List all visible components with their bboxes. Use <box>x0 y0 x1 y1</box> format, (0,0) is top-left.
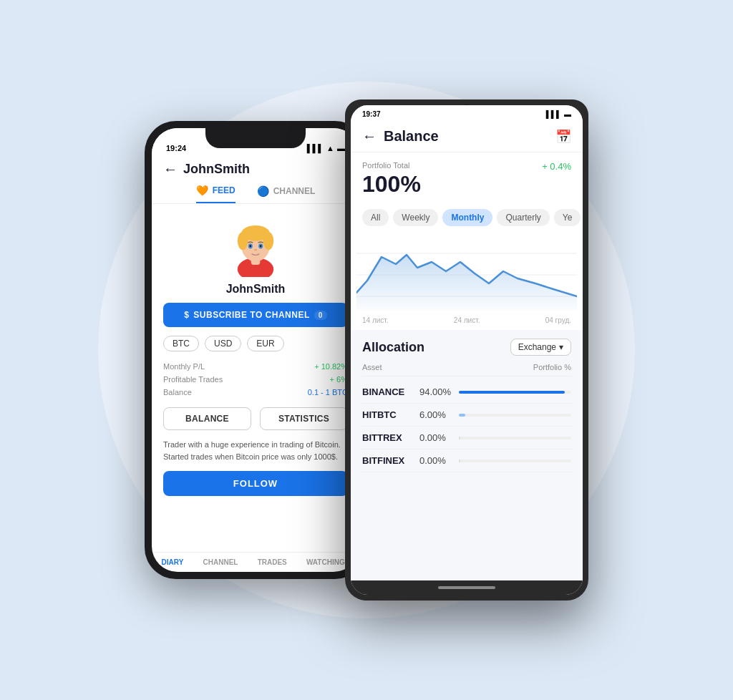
alloc-bar-hitbtc <box>459 414 465 417</box>
alloc-asset-bitfinex: BITFINEX <box>362 455 419 466</box>
tab-channel[interactable]: 🔵 CHANNEL <box>257 185 316 203</box>
alloc-pct-hitbtc: 6.00% <box>419 409 459 420</box>
filter-quarterly[interactable]: Quarterly <box>497 209 549 226</box>
alloc-bar-binance <box>459 391 565 394</box>
svg-point-8 <box>249 245 251 248</box>
allocation-header: Allocation Exchange ▾ <box>362 339 571 356</box>
phone2-status-icons: ▌▌▌ ▬ <box>546 110 571 118</box>
filter-weekly[interactable]: Weekly <box>393 209 438 226</box>
alloc-asset-bittrex: BITTREX <box>362 432 419 443</box>
trader-name: JohnSmith <box>226 283 286 296</box>
alloc-bar-container-bittrex <box>459 437 571 439</box>
tab-feed-label: FEED <box>213 185 236 195</box>
phones-container: 19:24 ▌▌▌ ▲ ▬ ← JohnSmith 🧡 FEED � <box>145 99 588 601</box>
phone2-home-indicator <box>351 580 583 595</box>
alloc-row-bittrex: BITTREX 0.00% <box>362 427 571 449</box>
phone2-status-bar: 19:37 ▌▌▌ ▬ <box>351 105 583 122</box>
signal-icon: ▌▌▌ <box>307 144 324 152</box>
nav-trades[interactable]: TRADES <box>258 558 287 566</box>
alloc-pct-bittrex: 0.00% <box>419 432 459 443</box>
tab-feed[interactable]: 🧡 FEED <box>196 185 236 203</box>
svg-point-10 <box>254 249 257 251</box>
col-asset: Asset <box>362 363 382 371</box>
back-button[interactable]: ← <box>163 161 178 178</box>
currency-eur[interactable]: EUR <box>247 336 283 351</box>
phone2-title: Balance <box>384 128 439 145</box>
currency-usd[interactable]: USD <box>205 336 241 351</box>
phone2-device: 19:37 ▌▌▌ ▬ ← Balance 📅 Portfolio T <box>345 99 588 601</box>
portfolio-change: + 0.4% <box>542 161 571 172</box>
phone2-screen: 19:37 ▌▌▌ ▬ ← Balance 📅 Portfolio T <box>351 105 583 595</box>
home-bar <box>438 586 495 589</box>
line-chart <box>356 232 577 311</box>
allocation-title: Allocation <box>362 340 424 355</box>
exchange-dropdown[interactable]: Exchange ▾ <box>510 339 571 356</box>
subscribe-button[interactable]: $ SUBSCRIBE TO CHANNEL 0 <box>163 303 348 327</box>
action-buttons: BALANCE STATISTICS <box>163 407 348 430</box>
nav-watchings[interactable]: WATCHINGS <box>306 558 349 566</box>
wifi-icon: ▲ <box>326 144 334 152</box>
portfolio-value: 100% <box>362 171 421 198</box>
stat-profitable-label: Profitable Trades <box>163 375 223 384</box>
channel-icon: 🔵 <box>257 185 269 197</box>
chart-label-3: 04 груд. <box>545 316 571 324</box>
stat-monthly-pl-value: + 10.82% <box>314 362 348 371</box>
phone1-bottom-nav: DIARY CHANNEL TRADES WATCHINGS <box>152 552 359 572</box>
portfolio-label: Portfolio Total <box>362 161 421 170</box>
alloc-bar-container-bitfinex <box>459 460 571 462</box>
stat-monthly-pl: Monthly P/L + 10.82% <box>163 360 348 373</box>
phone2-back-button[interactable]: ← <box>362 128 377 145</box>
portfolio-section: Portfolio Total 100% + 0.4% <box>351 152 583 203</box>
phone1-status-icons: ▌▌▌ ▲ ▬ <box>307 144 345 152</box>
phone1-device: 19:24 ▌▌▌ ▲ ▬ ← JohnSmith 🧡 FEED � <box>145 121 366 579</box>
calendar-icon[interactable]: 📅 <box>555 129 571 145</box>
alloc-asset-binance: BINANCE <box>362 387 419 397</box>
chevron-down-icon: ▾ <box>559 342 563 352</box>
alloc-bar-container-hitbtc <box>459 414 571 417</box>
exchange-label: Exchange <box>518 342 556 352</box>
phone1-time: 19:24 <box>166 144 186 152</box>
statistics-button[interactable]: STATISTICS <box>260 407 348 430</box>
stat-profitable-trades: Profitable Trades + 6% <box>163 373 348 386</box>
col-portfolio: Portfolio % <box>533 363 571 371</box>
stat-balance: Balance 0.1 - 1 BTC <box>163 386 348 399</box>
bio-text: Trader with a huge experience in trading… <box>163 439 348 462</box>
phone1-username: JohnSmith <box>183 162 250 177</box>
alloc-bar-bitfinex <box>459 460 460 462</box>
follow-button[interactable]: FOLLOW <box>163 471 348 496</box>
phone2-time: 19:37 <box>362 110 381 118</box>
nav-channel[interactable]: CHANNEL <box>203 558 238 566</box>
balance-button[interactable]: BALANCE <box>163 407 251 430</box>
alloc-row-hitbtc: HITBTC 6.00% <box>362 404 571 427</box>
subscribe-icon: $ <box>184 310 189 320</box>
nav-diary[interactable]: DIARY <box>162 558 184 566</box>
phone2-header: ← Balance 📅 <box>351 122 583 152</box>
alloc-pct-binance: 94.00% <box>419 387 459 397</box>
chart-labels: 14 лист. 24 лист. 04 груд. <box>351 313 583 330</box>
phone2-content: Portfolio Total 100% + 0.4% All Weekly M… <box>351 152 583 580</box>
stat-balance-label: Balance <box>163 388 192 397</box>
chart-area <box>351 232 583 313</box>
filter-all[interactable]: All <box>362 209 389 226</box>
phone2-signal-icon: ▌▌▌ <box>546 110 561 118</box>
alloc-bar-bittrex <box>459 437 460 439</box>
filter-yearly[interactable]: Ye <box>554 209 581 226</box>
time-filters: All Weekly Monthly Quarterly Ye <box>351 203 583 232</box>
currency-pills: BTC USD EUR <box>163 336 284 351</box>
currency-btc[interactable]: BTC <box>163 336 199 351</box>
avatar-container <box>223 213 288 277</box>
chart-label-1: 14 лист. <box>362 316 389 324</box>
allocation-section: Allocation Exchange ▾ Asset Portfolio % … <box>351 330 583 580</box>
phone1-screen: 19:24 ▌▌▌ ▲ ▬ ← JohnSmith 🧡 FEED � <box>152 128 359 572</box>
stat-balance-value: 0.1 - 1 BTC <box>308 388 348 397</box>
alloc-asset-hitbtc: HITBTC <box>362 409 419 420</box>
phone1-notch <box>205 128 306 148</box>
phone1-header: ← JohnSmith <box>152 155 359 178</box>
trader-avatar <box>223 213 288 277</box>
alloc-pct-bitfinex: 0.00% <box>419 455 459 466</box>
filter-monthly[interactable]: Monthly <box>442 209 492 226</box>
chart-label-2: 24 лист. <box>454 316 480 324</box>
svg-point-9 <box>260 245 262 248</box>
subscribe-label: SUBSCRIBE TO CHANNEL <box>193 310 309 320</box>
stats-rows: Monthly P/L + 10.82% Profitable Trades +… <box>163 360 348 399</box>
